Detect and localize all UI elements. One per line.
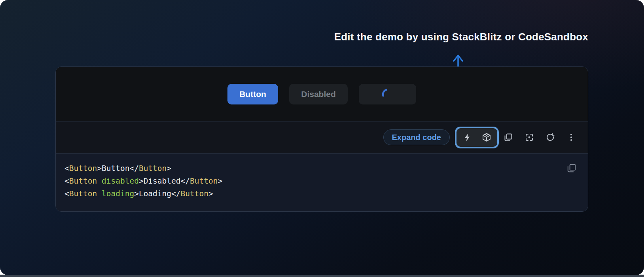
- demo-button-primary-label: Button: [239, 89, 266, 99]
- codesandbox-button[interactable]: [482, 133, 491, 142]
- copy-snippet-button[interactable]: [566, 163, 577, 173]
- codesandbox-cube-icon: [482, 133, 491, 142]
- code-block: <Button>Button</Button><Button disabled>…: [56, 154, 588, 211]
- annotation-text: Edit the demo by using StackBlitz or Cod…: [334, 31, 588, 43]
- highlighted-icon-group: [455, 127, 499, 148]
- demo-button-disabled-label: Disabled: [301, 89, 336, 99]
- copy-icon: [566, 163, 577, 173]
- stackblitz-button[interactable]: [463, 133, 472, 142]
- component-demo-card: Button Disabled Expand code: [55, 66, 588, 212]
- refresh-demo-button[interactable]: [546, 133, 555, 142]
- more-vertical-icon: [566, 133, 576, 142]
- focus-scan-icon: [525, 133, 534, 142]
- code-snippet-button[interactable]: [525, 133, 534, 142]
- copy-icon: [504, 133, 513, 142]
- demo-button-loading[interactable]: [359, 84, 416, 104]
- more-actions-button[interactable]: [566, 133, 576, 142]
- code-line: <Button>Button</Button>: [64, 162, 588, 175]
- demo-preview-area: Button Disabled: [56, 67, 588, 121]
- demo-button-primary[interactable]: Button: [227, 84, 278, 104]
- copy-code-button[interactable]: [504, 133, 513, 142]
- code-lines: <Button>Button</Button><Button disabled>…: [64, 162, 588, 200]
- demo-toolbar: Expand code: [56, 121, 588, 154]
- loading-spinner-icon: [381, 87, 394, 101]
- lightning-icon: [463, 133, 472, 142]
- expand-code-label: Expand code: [392, 133, 441, 142]
- code-line: <Button disabled>Disabled</Button>: [64, 175, 588, 188]
- screenshot-stage: Edit the demo by using StackBlitz or Cod…: [0, 0, 644, 277]
- refresh-icon: [546, 133, 555, 142]
- expand-code-button[interactable]: Expand code: [383, 129, 450, 145]
- demo-button-disabled[interactable]: Disabled: [289, 84, 348, 104]
- code-line: <Button loading>Loading</Button>: [64, 188, 588, 200]
